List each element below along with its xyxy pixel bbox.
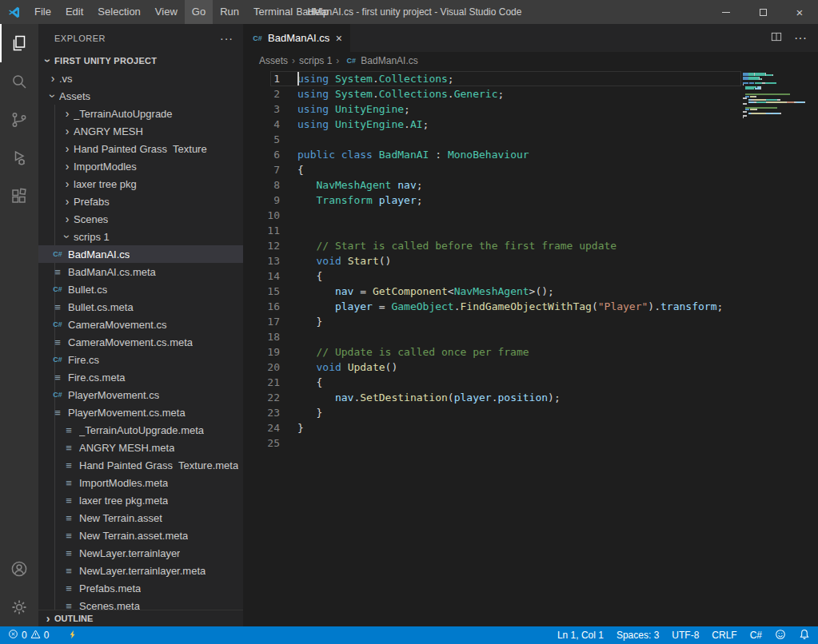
code-line-18[interactable]: 18	[243, 329, 741, 344]
file-newlayer-terrainlayer[interactable]: ≡NewLayer.terrainlayer	[38, 544, 243, 562]
split-editor-icon[interactable]	[770, 30, 783, 46]
menu-edit[interactable]: Edit	[58, 0, 90, 24]
folder-scenes[interactable]: ›Scenes	[38, 210, 243, 228]
tab-badmanai-cs[interactable]: C# BadManAI.cs ×	[243, 24, 350, 52]
code-line-4[interactable]: 4using UnityEngine.AI;	[243, 117, 741, 132]
file-new-terrain-asset-meta[interactable]: ≡New Terrain.asset.meta	[38, 527, 243, 544]
explorer-more-actions-icon[interactable]: ···	[220, 32, 233, 45]
file-new-terrain-asset[interactable]: ≡New Terrain.asset	[38, 509, 243, 527]
status-indentation[interactable]: Spaces: 3	[616, 630, 659, 641]
code-line-2[interactable]: 2using System.Collections.Generic;	[243, 86, 741, 101]
file-fire-cs-meta[interactable]: ≡Fire.cs.meta	[38, 368, 243, 386]
code-line-9[interactable]: 9 Transform player;	[243, 193, 741, 208]
minimap[interactable]	[743, 73, 810, 121]
tree-item-label: CameraMovement.cs	[68, 319, 167, 331]
extension-status-icon[interactable]	[68, 629, 78, 642]
menu-file[interactable]: File	[27, 0, 58, 24]
close-button[interactable]: ×	[781, 0, 818, 24]
run-debug-icon[interactable]	[0, 139, 38, 177]
window-controls: ×	[708, 0, 818, 24]
file-playermovement-cs[interactable]: C#PlayerMovement.cs	[38, 386, 243, 403]
folder-importmodles[interactable]: ›ImportModles	[38, 157, 243, 175]
notifications-bell-icon[interactable]	[799, 629, 810, 642]
file-fire-cs[interactable]: C#Fire.cs	[38, 351, 243, 368]
problems-status[interactable]: 0 0	[8, 629, 49, 642]
menu-run[interactable]: Run	[213, 0, 246, 24]
status-language-mode[interactable]: C#	[750, 630, 762, 641]
folder-laxer-tree-pkg[interactable]: ›laxer tree pkg	[38, 175, 243, 193]
code-line-12[interactable]: 12 // Start is called before the first f…	[243, 238, 741, 253]
explorer-icon[interactable]	[0, 24, 38, 62]
code-line-7[interactable]: 7{	[243, 162, 741, 177]
file-icon: ≡	[51, 337, 64, 348]
file-cameramovement-cs-meta[interactable]: ≡CameraMovement.cs.meta	[38, 333, 243, 351]
folder-assets[interactable]: ›Assets	[38, 87, 243, 105]
editor-more-actions-icon[interactable]: ···	[794, 31, 807, 46]
file-badmanai-cs-meta[interactable]: ≡BadManAI.cs.meta	[38, 263, 243, 280]
status-cursor-position[interactable]: Ln 1, Col 1	[557, 630, 604, 641]
menu-selection[interactable]: Selection	[90, 0, 147, 24]
breadcrumb-badmanai-cs[interactable]: BadManAI.cs	[359, 55, 419, 66]
code-line-11[interactable]: 11	[243, 223, 741, 238]
code-line-22[interactable]: 22 nav.SetDestination(player.position);	[243, 390, 741, 405]
file-scenes-meta[interactable]: ≡Scenes.meta	[38, 597, 243, 610]
folder-vs[interactable]: ›.vs	[38, 70, 243, 87]
code-line-25[interactable]: 25	[243, 435, 741, 451]
code-line-23[interactable]: 23 }	[243, 405, 741, 420]
folder-scrips-1[interactable]: ›scrips 1	[38, 228, 243, 245]
tab-close-icon[interactable]: ×	[334, 32, 344, 45]
code-line-6[interactable]: 6public class BadManAI : MonoBehaviour	[243, 147, 741, 162]
settings-gear-icon[interactable]	[0, 588, 38, 626]
code-line-21[interactable]: 21 {	[243, 375, 741, 390]
folder-terrainautoupgrade[interactable]: ›_TerrainAutoUpgrade	[38, 105, 243, 122]
file-icon: ≡	[62, 513, 75, 523]
file-badmanai-cs[interactable]: C#BadManAI.cs	[38, 245, 243, 263]
tree-item-label: ImportModles.meta	[79, 477, 168, 489]
file-terrainautoupgrade-meta[interactable]: ≡_TerrainAutoUpgrade.meta	[38, 421, 243, 439]
file-newlayer-terrainlayer-meta[interactable]: ≡NewLayer.terrainlayer.meta	[38, 562, 243, 579]
folder-prefabs[interactable]: ›Prefabs	[38, 193, 243, 210]
code-line-1[interactable]: 1using System.Collections;	[243, 71, 741, 86]
code-line-17[interactable]: 17 }	[243, 314, 741, 329]
minimize-button[interactable]	[708, 0, 744, 24]
code-line-15[interactable]: 15 nav = GetComponent<NavMeshAgent>();	[243, 284, 741, 299]
menu-terminal[interactable]: Terminal	[246, 0, 300, 24]
code-line-14[interactable]: 14 {	[243, 268, 741, 284]
code-line-3[interactable]: 3using UnityEngine;	[243, 101, 741, 117]
file-laxer-tree-pkg-meta[interactable]: ≡laxer tree pkg.meta	[38, 491, 243, 509]
code-line-16[interactable]: 16 player = GameObject.FindGameObjectWit…	[243, 299, 741, 314]
code-line-20[interactable]: 20 void Update()	[243, 360, 741, 375]
code-line-5[interactable]: 5	[243, 132, 741, 147]
file-bullet-cs-meta[interactable]: ≡Bullet.cs.meta	[38, 298, 243, 316]
account-icon[interactable]	[0, 550, 38, 588]
feedback-icon[interactable]	[775, 629, 786, 642]
file-prefabs-meta[interactable]: ≡Prefabs.meta	[38, 579, 243, 597]
editor-group: C# BadManAI.cs × ··· Assets›scrips 1›C#B…	[243, 24, 818, 626]
code-line-24[interactable]: 24}	[243, 420, 741, 435]
file-hand-painted-grass-texture-meta[interactable]: ≡Hand Painted Grass Texture.meta	[38, 456, 243, 474]
file-angry-mesh-meta[interactable]: ≡ANGRY MESH.meta	[38, 439, 243, 456]
code-line-8[interactable]: 8 NavMeshAgent nav;	[243, 177, 741, 193]
project-section-header[interactable]: › FIRST UNITY PROJECT	[38, 52, 243, 70]
menu-help[interactable]: Help	[300, 0, 336, 24]
menu-go[interactable]: Go	[185, 0, 213, 24]
file-bullet-cs[interactable]: C#Bullet.cs	[38, 280, 243, 298]
status-eol[interactable]: CRLF	[712, 630, 736, 641]
outline-section-header[interactable]: › OUTLINE	[38, 610, 243, 626]
breadcrumb-scrips-1[interactable]: scrips 1	[297, 55, 333, 66]
extensions-icon[interactable]	[0, 177, 38, 216]
status-encoding[interactable]: UTF-8	[672, 630, 699, 641]
maximize-button[interactable]	[744, 0, 781, 24]
code-line-13[interactable]: 13 void Start()	[243, 253, 741, 268]
folder-angry-mesh[interactable]: ›ANGRY MESH	[38, 122, 243, 140]
code-line-10[interactable]: 10	[243, 208, 741, 223]
folder-hand-painted-grass-texture[interactable]: ›Hand Painted Grass Texture	[38, 140, 243, 157]
file-cameramovement-cs[interactable]: C#CameraMovement.cs	[38, 316, 243, 333]
code-line-19[interactable]: 19 // Update is called once per frame	[243, 344, 741, 360]
source-control-icon[interactable]	[0, 101, 38, 139]
file-importmodles-meta[interactable]: ≡ImportModles.meta	[38, 474, 243, 491]
breadcrumb-assets[interactable]: Assets	[257, 55, 289, 66]
search-icon[interactable]	[0, 62, 38, 101]
menu-view[interactable]: View	[148, 0, 185, 24]
file-playermovement-cs-meta[interactable]: ≡PlayerMovement.cs.meta	[38, 403, 243, 421]
